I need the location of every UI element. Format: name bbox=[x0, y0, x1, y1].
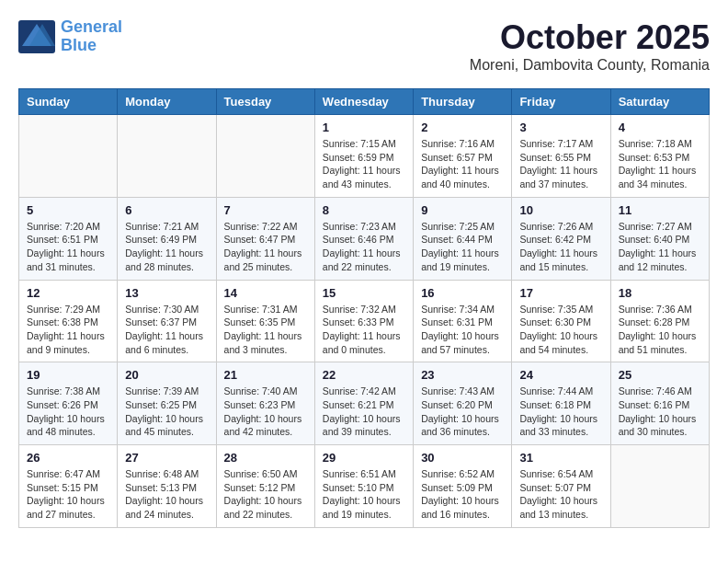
day-info: Sunrise: 7:21 AM Sunset: 6:49 PM Dayligh… bbox=[125, 220, 208, 274]
calendar-cell: 17Sunrise: 7:35 AM Sunset: 6:30 PM Dayli… bbox=[512, 280, 610, 362]
calendar-cell: 1Sunrise: 7:15 AM Sunset: 6:59 PM Daylig… bbox=[314, 115, 413, 198]
day-info: Sunrise: 7:17 AM Sunset: 6:55 PM Dayligh… bbox=[519, 137, 602, 191]
day-info: Sunrise: 7:30 AM Sunset: 6:37 PM Dayligh… bbox=[125, 303, 208, 357]
day-number: 10 bbox=[519, 203, 602, 217]
day-number: 21 bbox=[224, 368, 307, 382]
day-number: 26 bbox=[27, 451, 109, 465]
weekday-header-sunday: Sunday bbox=[19, 89, 118, 115]
day-info: Sunrise: 7:26 AM Sunset: 6:42 PM Dayligh… bbox=[519, 220, 602, 274]
weekday-header-monday: Monday bbox=[118, 89, 216, 115]
calendar-cell bbox=[118, 115, 216, 198]
page-header: General Blue October 2025 Moreni, Dambov… bbox=[18, 18, 710, 74]
day-info: Sunrise: 7:20 AM Sunset: 6:51 PM Dayligh… bbox=[27, 220, 109, 274]
day-info: Sunrise: 6:48 AM Sunset: 5:13 PM Dayligh… bbox=[125, 467, 208, 522]
weekday-header-wednesday: Wednesday bbox=[314, 89, 413, 115]
day-number: 7 bbox=[224, 203, 307, 217]
day-info: Sunrise: 7:34 AM Sunset: 6:31 PM Dayligh… bbox=[421, 303, 504, 357]
day-number: 27 bbox=[125, 451, 208, 465]
calendar-week-row: 19Sunrise: 7:38 AM Sunset: 6:26 PM Dayli… bbox=[19, 362, 710, 445]
calendar-cell: 18Sunrise: 7:36 AM Sunset: 6:28 PM Dayli… bbox=[610, 280, 709, 362]
title-block: October 2025 Moreni, Dambovita County, R… bbox=[470, 18, 710, 74]
day-info: Sunrise: 7:31 AM Sunset: 6:35 PM Dayligh… bbox=[224, 303, 307, 357]
day-info: Sunrise: 6:47 AM Sunset: 5:15 PM Dayligh… bbox=[27, 467, 109, 522]
weekday-header-thursday: Thursday bbox=[414, 89, 512, 115]
logo-text: General Blue bbox=[61, 18, 122, 55]
day-info: Sunrise: 6:50 AM Sunset: 5:12 PM Dayligh… bbox=[224, 467, 307, 522]
weekday-header-row: SundayMondayTuesdayWednesdayThursdayFrid… bbox=[19, 89, 710, 115]
day-number: 6 bbox=[125, 203, 208, 217]
calendar-cell bbox=[19, 115, 118, 198]
logo: General Blue bbox=[18, 18, 122, 55]
calendar-cell: 14Sunrise: 7:31 AM Sunset: 6:35 PM Dayli… bbox=[216, 280, 314, 362]
day-number: 2 bbox=[421, 121, 504, 134]
calendar-week-row: 26Sunrise: 6:47 AM Sunset: 5:15 PM Dayli… bbox=[19, 445, 710, 528]
calendar-cell: 24Sunrise: 7:44 AM Sunset: 6:18 PM Dayli… bbox=[512, 362, 610, 445]
calendar-cell: 19Sunrise: 7:38 AM Sunset: 6:26 PM Dayli… bbox=[19, 362, 118, 445]
calendar-cell: 8Sunrise: 7:23 AM Sunset: 6:46 PM Daylig… bbox=[314, 197, 413, 280]
day-number: 3 bbox=[519, 121, 602, 134]
day-info: Sunrise: 7:44 AM Sunset: 6:18 PM Dayligh… bbox=[519, 385, 602, 439]
day-info: Sunrise: 7:46 AM Sunset: 6:16 PM Dayligh… bbox=[619, 385, 701, 439]
calendar-cell: 21Sunrise: 7:40 AM Sunset: 6:23 PM Dayli… bbox=[216, 362, 314, 445]
day-number: 20 bbox=[125, 368, 208, 382]
day-info: Sunrise: 6:54 AM Sunset: 5:07 PM Dayligh… bbox=[519, 467, 602, 522]
calendar-cell: 10Sunrise: 7:26 AM Sunset: 6:42 PM Dayli… bbox=[512, 197, 610, 280]
day-info: Sunrise: 6:52 AM Sunset: 5:09 PM Dayligh… bbox=[421, 467, 504, 522]
calendar-cell: 5Sunrise: 7:20 AM Sunset: 6:51 PM Daylig… bbox=[19, 197, 118, 280]
day-info: Sunrise: 7:15 AM Sunset: 6:59 PM Dayligh… bbox=[323, 137, 405, 191]
day-info: Sunrise: 7:18 AM Sunset: 6:53 PM Dayligh… bbox=[619, 137, 701, 191]
day-number: 11 bbox=[619, 203, 701, 217]
day-info: Sunrise: 7:39 AM Sunset: 6:25 PM Dayligh… bbox=[125, 385, 208, 439]
day-info: Sunrise: 7:42 AM Sunset: 6:21 PM Dayligh… bbox=[323, 385, 405, 439]
day-number: 25 bbox=[619, 368, 701, 382]
day-info: Sunrise: 7:32 AM Sunset: 6:33 PM Dayligh… bbox=[323, 303, 405, 357]
day-info: Sunrise: 7:22 AM Sunset: 6:47 PM Dayligh… bbox=[224, 220, 307, 274]
day-info: Sunrise: 7:43 AM Sunset: 6:20 PM Dayligh… bbox=[421, 385, 504, 439]
calendar-week-row: 5Sunrise: 7:20 AM Sunset: 6:51 PM Daylig… bbox=[19, 197, 710, 280]
calendar-cell: 11Sunrise: 7:27 AM Sunset: 6:40 PM Dayli… bbox=[610, 197, 709, 280]
calendar-cell: 30Sunrise: 6:52 AM Sunset: 5:09 PM Dayli… bbox=[414, 445, 512, 528]
day-number: 5 bbox=[27, 203, 109, 217]
day-info: Sunrise: 7:23 AM Sunset: 6:46 PM Dayligh… bbox=[323, 220, 405, 274]
calendar-cell: 27Sunrise: 6:48 AM Sunset: 5:13 PM Dayli… bbox=[118, 445, 216, 528]
calendar-cell: 9Sunrise: 7:25 AM Sunset: 6:44 PM Daylig… bbox=[414, 197, 512, 280]
calendar-cell: 25Sunrise: 7:46 AM Sunset: 6:16 PM Dayli… bbox=[610, 362, 709, 445]
day-number: 17 bbox=[519, 286, 602, 300]
day-number: 18 bbox=[619, 286, 701, 300]
day-info: Sunrise: 7:40 AM Sunset: 6:23 PM Dayligh… bbox=[224, 385, 307, 439]
calendar-cell: 13Sunrise: 7:30 AM Sunset: 6:37 PM Dayli… bbox=[118, 280, 216, 362]
day-info: Sunrise: 7:16 AM Sunset: 6:57 PM Dayligh… bbox=[421, 137, 504, 191]
calendar-cell bbox=[610, 445, 709, 528]
calendar-table: SundayMondayTuesdayWednesdayThursdayFrid… bbox=[18, 88, 710, 528]
day-number: 29 bbox=[323, 451, 405, 465]
day-number: 23 bbox=[421, 368, 504, 382]
day-number: 16 bbox=[421, 286, 504, 300]
day-number: 1 bbox=[323, 121, 405, 134]
day-number: 24 bbox=[519, 368, 602, 382]
day-info: Sunrise: 7:38 AM Sunset: 6:26 PM Dayligh… bbox=[27, 385, 109, 439]
day-number: 8 bbox=[323, 203, 405, 217]
calendar-cell: 2Sunrise: 7:16 AM Sunset: 6:57 PM Daylig… bbox=[414, 115, 512, 198]
calendar-cell bbox=[216, 115, 314, 198]
day-number: 19 bbox=[27, 368, 109, 382]
calendar-cell: 26Sunrise: 6:47 AM Sunset: 5:15 PM Dayli… bbox=[19, 445, 118, 528]
day-number: 13 bbox=[125, 286, 208, 300]
day-info: Sunrise: 7:27 AM Sunset: 6:40 PM Dayligh… bbox=[619, 220, 701, 274]
weekday-header-saturday: Saturday bbox=[610, 89, 709, 115]
day-number: 4 bbox=[619, 121, 701, 134]
day-number: 31 bbox=[519, 451, 602, 465]
calendar-cell: 20Sunrise: 7:39 AM Sunset: 6:25 PM Dayli… bbox=[118, 362, 216, 445]
day-info: Sunrise: 7:25 AM Sunset: 6:44 PM Dayligh… bbox=[421, 220, 504, 274]
calendar-week-row: 12Sunrise: 7:29 AM Sunset: 6:38 PM Dayli… bbox=[19, 280, 710, 362]
day-number: 12 bbox=[27, 286, 109, 300]
calendar-week-row: 1Sunrise: 7:15 AM Sunset: 6:59 PM Daylig… bbox=[19, 115, 710, 198]
month-title: October 2025 bbox=[470, 18, 710, 57]
day-number: 15 bbox=[323, 286, 405, 300]
day-number: 22 bbox=[323, 368, 405, 382]
logo-icon bbox=[18, 20, 55, 53]
day-info: Sunrise: 7:29 AM Sunset: 6:38 PM Dayligh… bbox=[27, 303, 109, 357]
calendar-cell: 31Sunrise: 6:54 AM Sunset: 5:07 PM Dayli… bbox=[512, 445, 610, 528]
day-info: Sunrise: 7:35 AM Sunset: 6:30 PM Dayligh… bbox=[519, 303, 602, 357]
day-info: Sunrise: 6:51 AM Sunset: 5:10 PM Dayligh… bbox=[323, 467, 405, 522]
day-number: 9 bbox=[421, 203, 504, 217]
